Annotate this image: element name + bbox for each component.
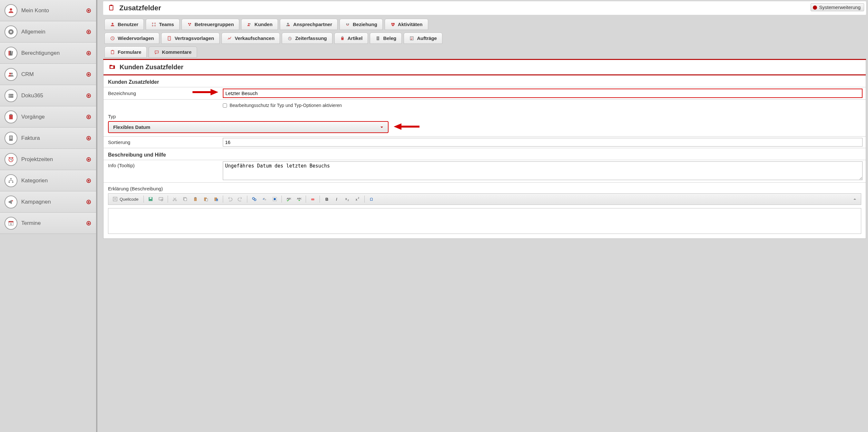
svg-point-50 xyxy=(248,23,249,25)
tab-vertragsvorlagen[interactable]: Vertragsvorlagen xyxy=(161,33,220,44)
svg-point-53 xyxy=(288,25,289,26)
sidebar-item-kampagnen[interactable]: Kampagnen xyxy=(0,191,96,212)
subscript-button[interactable]: x2 xyxy=(342,195,352,203)
tab-betreuergruppen[interactable]: Betreuergruppen xyxy=(182,19,240,30)
tab-teams[interactable]: Teams xyxy=(146,19,179,30)
typ-value: Flexibles Datum xyxy=(113,124,150,130)
sidebar-item-berechtigungen[interactable]: Berechtigungen xyxy=(0,42,96,64)
typ-dropdown[interactable]: Flexibles Datum xyxy=(108,121,389,133)
tab-kunden[interactable]: Kunden xyxy=(241,19,278,30)
svg-point-51 xyxy=(249,23,251,25)
tab-auftraege[interactable]: Aufträge xyxy=(404,33,442,44)
folder-icon xyxy=(108,63,116,71)
receipt-icon xyxy=(375,36,380,41)
collapse-toolbar-button[interactable] xyxy=(850,195,860,203)
preview-button[interactable] xyxy=(156,195,166,203)
svg-text:x: x xyxy=(345,197,347,201)
svg-text:a: a xyxy=(263,197,265,200)
paste-button[interactable] xyxy=(191,195,200,203)
tab-beziehung[interactable]: Beziehung xyxy=(340,19,383,30)
expand-icon xyxy=(86,178,92,184)
sidebar-item-crm[interactable]: CRM xyxy=(0,64,96,85)
svg-point-0 xyxy=(10,8,12,10)
svg-rect-17 xyxy=(9,114,13,119)
tab-label: Vertragsvorlagen xyxy=(175,35,214,41)
main-content: Zusatzfelder Systemerweiterung Benutzer … xyxy=(97,0,868,432)
info-textarea[interactable] xyxy=(223,161,863,180)
order-icon xyxy=(409,36,414,41)
expand-icon xyxy=(86,114,92,120)
cut-button[interactable] xyxy=(170,195,180,203)
spellcheck-button[interactable]: ABC xyxy=(284,195,293,203)
bold-button[interactable]: B xyxy=(322,195,332,203)
tab-ansprechpartner[interactable]: Ansprechpartner xyxy=(280,19,338,30)
sidebar-item-label: Kategorien xyxy=(21,177,86,184)
italic-button[interactable]: I xyxy=(332,195,342,203)
editor-canvas[interactable] xyxy=(108,208,861,234)
save-button[interactable] xyxy=(146,195,155,203)
expand-icon xyxy=(86,93,92,99)
quellcode-button[interactable]: Quellcode xyxy=(110,195,142,203)
chevron-down-icon xyxy=(380,124,383,130)
systemerweiterung-badge[interactable]: Systemerweiterung xyxy=(811,3,864,11)
find-button[interactable] xyxy=(249,195,259,203)
sidebar-item-mein-konto[interactable]: Mein Konto xyxy=(0,0,96,21)
superscript-button[interactable]: x2 xyxy=(353,195,363,203)
svg-rect-63 xyxy=(111,66,114,68)
bearbeitungsschutz-checkbox[interactable] xyxy=(223,103,227,108)
redo-button[interactable] xyxy=(236,195,245,203)
svg-rect-5 xyxy=(9,51,10,56)
tab-row-1: Benutzer Teams Betreuergruppen Kunden An… xyxy=(103,18,866,31)
sidebar-item-vorgaenge[interactable]: Vorgänge xyxy=(0,106,96,128)
document-icon xyxy=(4,132,18,145)
tab-beleg[interactable]: Beleg xyxy=(370,33,402,44)
expand-icon xyxy=(86,199,92,205)
paste-word-button[interactable]: W xyxy=(211,195,221,203)
svg-point-34 xyxy=(12,200,13,201)
users-icon xyxy=(4,68,18,81)
undo-button[interactable] xyxy=(225,195,235,203)
heart-pulse-icon xyxy=(390,22,395,27)
sidebar-item-doku365[interactable]: Doku365 xyxy=(0,85,96,106)
tab-benutzer[interactable]: Benutzer xyxy=(104,19,144,30)
tab-formulare[interactable]: Formulare xyxy=(104,46,147,58)
svg-rect-41 xyxy=(110,4,112,6)
replace-button[interactable]: ab xyxy=(259,195,269,203)
selectall-button[interactable] xyxy=(270,195,280,203)
tab-artikel[interactable]: Artikel xyxy=(334,33,368,44)
svg-point-49 xyxy=(189,25,190,26)
tab-aktivitaeten[interactable]: Aktivitäten xyxy=(385,19,428,30)
sidebar-item-kategorien[interactable]: Kategorien xyxy=(0,170,96,191)
copy-button[interactable] xyxy=(180,195,190,203)
bezeichnung-input[interactable] xyxy=(223,89,863,98)
sidebar-item-faktura[interactable]: Faktura xyxy=(0,128,96,149)
spellcheck-as-type-button[interactable]: ABC xyxy=(294,195,304,203)
svg-rect-22 xyxy=(10,137,12,138)
info-label: Info (Tooltip) xyxy=(103,160,223,171)
annotation-arrow-icon xyxy=(393,123,420,132)
form-icon xyxy=(110,49,115,55)
sidebar-item-termine[interactable]: 31 Termine xyxy=(0,212,96,234)
tab-verkaufschancen[interactable]: Verkaufschancen xyxy=(221,33,280,44)
expand-icon xyxy=(86,8,92,13)
calendar-icon: 31 xyxy=(4,217,18,230)
paste-text-button[interactable] xyxy=(201,195,211,203)
svg-point-3 xyxy=(10,31,12,33)
sidebar-item-projektzeiten[interactable]: Projektzeiten xyxy=(0,149,96,170)
svg-text:b: b xyxy=(265,198,266,201)
removeformat-button[interactable] xyxy=(308,195,318,203)
tab-label: Ansprechpartner xyxy=(293,22,332,27)
tab-zeiterfassung[interactable]: Zeiterfassung xyxy=(282,33,332,44)
sidebar-item-label: Doku365 xyxy=(21,93,86,99)
specialchar-button[interactable]: Ω xyxy=(367,195,376,203)
tab-kommentare[interactable]: Kommentare xyxy=(149,46,197,58)
svg-rect-88 xyxy=(311,198,314,200)
tab-label: Beziehung xyxy=(353,22,377,27)
tab-wiedervorlagen[interactable]: Wiedervorlagen xyxy=(104,33,159,44)
tab-label: Artikel xyxy=(348,35,363,41)
svg-point-42 xyxy=(112,23,113,24)
svg-rect-12 xyxy=(9,94,13,96)
sidebar-item-allgemein[interactable]: Allgemein xyxy=(0,21,96,42)
sortierung-input[interactable] xyxy=(223,138,863,146)
svg-rect-40 xyxy=(110,5,113,10)
